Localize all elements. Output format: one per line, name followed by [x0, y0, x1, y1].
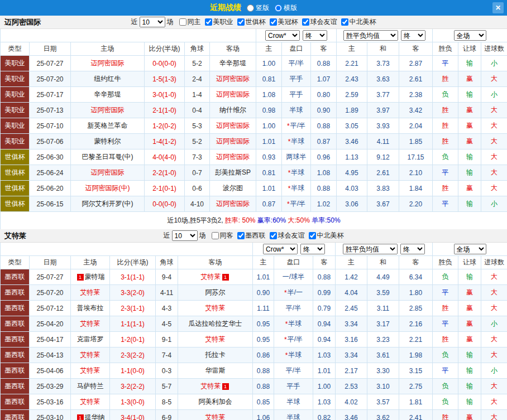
cell-odds-away: 0.80	[311, 87, 337, 103]
column-header: 进球数	[481, 256, 507, 269]
cell-result: 胜	[433, 118, 458, 134]
cell-avg-home: 4.04	[336, 285, 367, 301]
checkbox-input[interactable]	[237, 18, 245, 26]
checkbox-input[interactable]	[270, 232, 277, 239]
checkbox-input[interactable]	[205, 18, 212, 26]
cell-league: 美职业	[1, 103, 30, 118]
layout-radio-horizontal[interactable]: 横版	[275, 3, 297, 13]
cell-handicap-result: 赢	[458, 332, 481, 347]
filter-checkbox[interactable]: 美冠杯	[270, 17, 298, 27]
layout-radio-vertical[interactable]: 竖版	[247, 3, 269, 13]
column-header: 主	[256, 42, 282, 56]
cell-avg-away: 1.80	[399, 285, 433, 301]
column-header: 客场	[178, 256, 253, 269]
cell-handicap-result: 赢	[458, 134, 481, 149]
odds-source-select[interactable]: Crow*	[265, 30, 300, 41]
cell-date: 25-04-06	[30, 363, 71, 379]
cell-handicap: 平手	[282, 87, 311, 103]
column-header: 和	[367, 42, 399, 56]
cell-avg-draw: 9.12	[367, 149, 399, 165]
layout-radio-horizontal-input[interactable]	[275, 4, 282, 12]
cell-result: 胜	[433, 134, 458, 149]
filter-checkbox[interactable]: 球会友谊	[270, 231, 305, 240]
cell-away: 迈阿密国际	[210, 87, 256, 103]
avg-time-select[interactable]: 终	[401, 30, 425, 41]
cell-avg-draw: 3.59	[367, 285, 399, 301]
checkbox-input[interactable]	[212, 232, 219, 239]
cell-corners: 7-4	[156, 347, 178, 363]
match-row: 美职业25-07-06蒙特利尔1-4(1-2)5-2迈阿密国际1.01*半球0.…	[1, 134, 507, 149]
match-rows: 美职业25-07-27迈阿密国际0-0(0-0)5-2辛辛那堤1.00平/半0.…	[1, 56, 507, 212]
red-card-badge: 1	[77, 414, 84, 420]
checkbox-input[interactable]	[309, 232, 316, 239]
cell-odds-away: 0.88	[313, 269, 336, 285]
cell-goals-result: 大	[481, 332, 507, 347]
checkbox-input[interactable]	[302, 18, 309, 26]
avg-type-select[interactable]: 胜平负均值	[343, 30, 398, 41]
cell-odds-away: 1.03	[313, 347, 336, 363]
avg-time-select[interactable]: 终	[400, 244, 425, 254]
avg-type-select[interactable]: 胜平负均值	[343, 244, 398, 254]
cell-handicap-result: 输	[458, 196, 481, 212]
filter-checkbox[interactable]: 同客	[212, 231, 233, 240]
odds-source-select[interactable]: Crow*	[263, 244, 298, 254]
cell-handicap: *半球	[274, 347, 313, 363]
cell-home: 阿尔艾利开罗(中)	[71, 196, 145, 212]
cell-league: 墨西联	[1, 332, 30, 347]
filter-checkbox[interactable]: 世俱杯	[237, 17, 266, 27]
filter-checkbox[interactable]: 球会友谊	[302, 17, 337, 27]
cell-league: 世俱杯	[1, 181, 30, 196]
checkbox-input[interactable]	[270, 18, 277, 26]
cell-home: 巴黎圣日耳曼(中)	[71, 149, 145, 165]
filter-checkbox[interactable]: 美职业	[205, 17, 233, 27]
filter-checkbox[interactable]: 墨西联	[237, 231, 266, 240]
cell-odds-home: 0.95	[253, 316, 274, 332]
scope-select[interactable]: 全场	[454, 30, 486, 41]
scope-dropdown-cell: 全场	[433, 243, 507, 256]
cell-odds-away: 0.79	[313, 301, 336, 316]
cell-corners: 9-1	[156, 332, 178, 347]
cell-handicap-result: 输	[458, 149, 481, 165]
handicap-star: *	[288, 169, 291, 177]
cell-league: 墨西联	[1, 301, 30, 316]
layout-radio-vertical-input[interactable]	[247, 4, 254, 12]
cell-home: 艾特莱	[71, 394, 110, 410]
checkbox-input[interactable]	[237, 232, 245, 239]
scope-select[interactable]: 全场	[454, 244, 486, 254]
match-count-select[interactable]: 10	[140, 17, 165, 27]
cell-odds-away: 1.07	[311, 71, 337, 87]
checkbox-label: 美职业	[213, 17, 233, 27]
checkbox-input[interactable]	[179, 18, 186, 26]
odds-time-select[interactable]: 终	[300, 244, 325, 254]
cell-result: 负	[433, 149, 458, 165]
cell-corners: 5-3	[185, 118, 210, 134]
odds-time-select[interactable]: 终	[303, 30, 327, 41]
filter-checkbox[interactable]: 同主	[179, 17, 201, 27]
cell-avg-home: 1.89	[337, 103, 367, 118]
cell-score: 1-4(1-2)	[145, 134, 185, 149]
cell-corners: 0-4	[185, 103, 210, 118]
checkbox-input[interactable]	[341, 18, 348, 26]
handicap-star: *	[287, 200, 290, 208]
team-section-miami: 迈阿密国际 近 10 场 同主美职业世俱杯美冠杯球会友谊中北美杯 Crow* 终	[0, 16, 507, 229]
scope-dropdown-cell: 全场	[433, 29, 507, 42]
header-row: 类型日期主场比分(半场)角球客场主盘口客主和客胜负让球进球数	[1, 256, 507, 269]
cell-avg-home: 3.46	[336, 410, 367, 420]
cell-corners: 6-9	[156, 410, 178, 420]
games-label: 场	[199, 231, 206, 240]
cell-result: 平	[433, 56, 458, 71]
cell-goals-result: 小	[481, 56, 507, 71]
close-button[interactable]: ✕	[492, 2, 504, 13]
cell-handicap: *半球	[274, 316, 313, 332]
filter-checkbox-group: 同客墨西联球会友谊中北美杯	[208, 231, 344, 240]
match-count-select[interactable]: 10	[172, 230, 198, 241]
cell-handicap: 半球	[274, 394, 313, 410]
filter-checkbox[interactable]: 中北美杯	[341, 17, 376, 27]
cell-corners: 5-7	[156, 379, 178, 394]
cell-handicap-result: 赢	[458, 103, 481, 118]
handicap-text: 半球	[291, 137, 304, 146]
team-name-text: 艾特莱	[80, 350, 101, 360]
cell-goals-result: 大	[481, 394, 507, 410]
spacer-cell	[1, 243, 253, 256]
filter-checkbox[interactable]: 中北美杯	[309, 231, 344, 240]
